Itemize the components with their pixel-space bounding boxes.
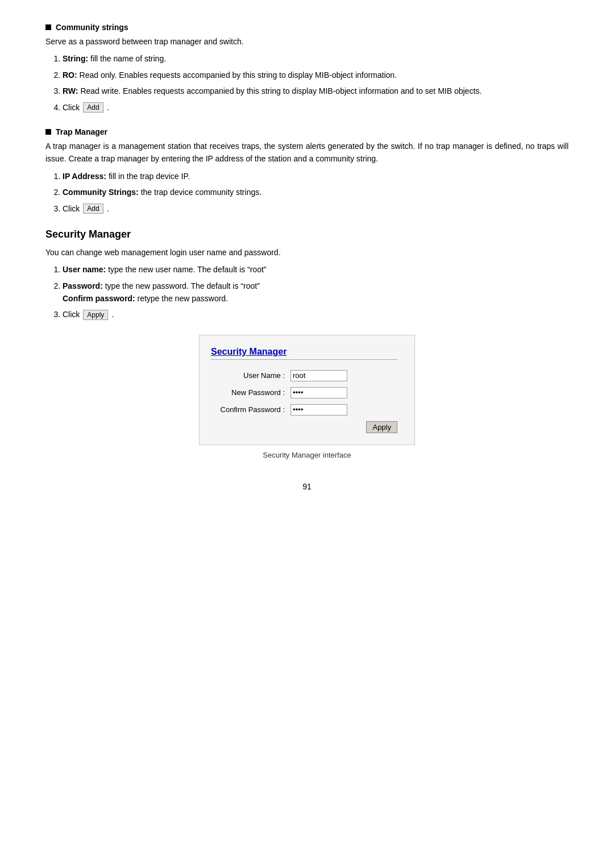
confirm-password-label: Confirm password: (63, 294, 135, 303)
list-item: IP Address: fill in the trap device IP. (63, 170, 569, 182)
user-name-input[interactable] (291, 370, 347, 381)
community-strings-intro: Serve as a password between trap manager… (45, 35, 569, 48)
trap-manager-list: IP Address: fill in the trap device IP. … (63, 170, 569, 215)
add-button-community[interactable]: Add (83, 102, 103, 113)
list-item: Community Strings: the trap device commu… (63, 186, 569, 198)
confirm-password-row: Confirm Password : (211, 404, 397, 416)
item-label: User name: (63, 265, 106, 274)
list-item: User name: type the new user name. The d… (63, 263, 569, 276)
widget-title: Security Manager (211, 347, 397, 360)
new-password-input[interactable] (291, 387, 347, 398)
security-manager-heading: Security Manager (45, 229, 569, 240)
click-add-row: Click Add . (63, 101, 569, 114)
click-add-row: Click Add . (63, 202, 569, 215)
list-item: RO: Read only. Enables requests accompan… (63, 69, 569, 81)
period: . (111, 308, 114, 321)
bullet-icon (45, 24, 51, 30)
item-text: fill in the trap device IP. (109, 172, 190, 181)
click-text: Click (63, 202, 80, 215)
item-text: Read only. Enables requests accompanied … (80, 70, 397, 80)
new-password-row: New Password : (211, 387, 397, 398)
confirm-password-text: retype the new password. (137, 294, 228, 303)
item-label: RW: (63, 86, 78, 95)
list-item: Password: type the new password. The def… (63, 280, 569, 305)
click-text: Click (63, 308, 80, 321)
security-manager-intro: You can change web management login user… (45, 246, 569, 259)
bullet-icon (45, 129, 51, 135)
user-name-row: User Name : (211, 370, 397, 381)
page-number: 91 (45, 482, 569, 491)
item-label: RO: (63, 70, 77, 80)
list-item: Click Add . (63, 202, 569, 215)
community-strings-title: Community strings (56, 23, 128, 32)
confirm-password-label: Confirm Password : (211, 405, 291, 414)
item-label: Community Strings: (63, 188, 139, 197)
item-label: String: (63, 54, 88, 63)
trap-manager-title: Trap Manager (56, 127, 107, 136)
community-strings-header: Community strings (45, 23, 569, 32)
apply-button[interactable]: Apply (366, 421, 397, 433)
list-item: Click Add . (63, 101, 569, 114)
list-item: RW: Read write. Enables requests accompa… (63, 85, 569, 97)
confirm-password-input[interactable] (291, 404, 347, 416)
item-label: Password: (63, 281, 103, 290)
item-text: the trap device community strings. (141, 188, 262, 197)
security-manager-widget: Security Manager User Name : New Passwor… (199, 335, 415, 445)
list-item: String: fill the name of string. (63, 52, 569, 65)
apply-button-inline[interactable]: Apply (83, 310, 108, 320)
user-name-label: User Name : (211, 371, 291, 380)
item-label: IP Address: (63, 172, 106, 181)
item-text: fill the name of string. (90, 54, 166, 63)
click-text: Click (63, 101, 80, 114)
add-button-trap[interactable]: Add (83, 203, 103, 214)
new-password-label: New Password : (211, 388, 291, 397)
period: . (107, 101, 109, 114)
community-strings-list: String: fill the name of string. RO: Rea… (63, 52, 569, 114)
widget-container: Security Manager User Name : New Passwor… (45, 335, 569, 445)
item-text: type the new password. The default is “r… (105, 281, 260, 290)
click-apply-row: Click Apply . (63, 308, 569, 321)
trap-manager-intro: A trap manager is a management station t… (45, 140, 569, 165)
trap-manager-header: Trap Manager (45, 127, 569, 136)
security-manager-list: User name: type the new user name. The d… (63, 263, 569, 321)
widget-caption: Security Manager interface (45, 451, 569, 459)
list-item: Click Apply . (63, 308, 569, 321)
item-text: type the new user name. The default is “… (108, 265, 266, 274)
period: . (107, 202, 109, 215)
apply-btn-row: Apply (211, 421, 397, 433)
item-text: Read write. Enables requests accompanied… (80, 86, 482, 95)
